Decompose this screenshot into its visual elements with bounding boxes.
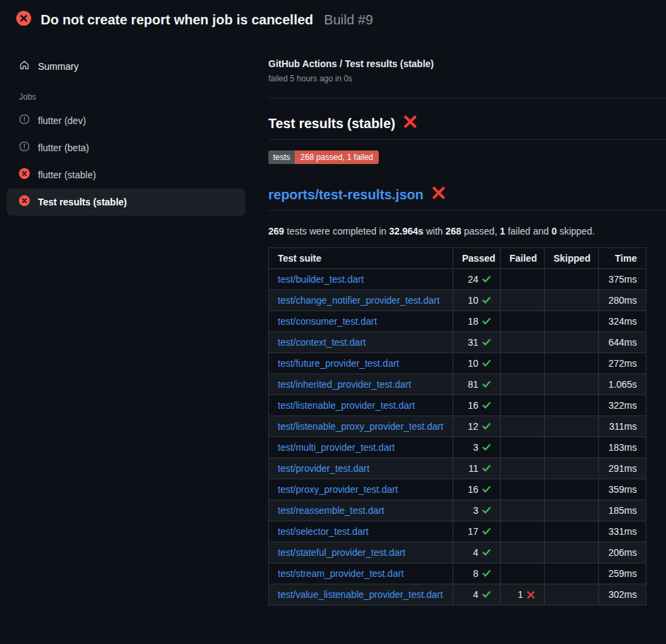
build-number: Build #9 — [324, 12, 373, 28]
skipped-cell — [545, 374, 599, 395]
skipped-cell — [545, 269, 599, 290]
sidebar-summary-label: Summary — [38, 61, 79, 72]
skipped-cell — [545, 416, 599, 437]
check-icon — [482, 296, 491, 305]
header-divider — [268, 98, 666, 98]
skipped-cell — [545, 500, 599, 521]
failed-cell — [501, 311, 545, 332]
sidebar-job-item[interactable]: flutter (stable) — [7, 161, 245, 188]
failed-cell — [501, 374, 545, 395]
time-cell: 272ms — [599, 353, 646, 374]
badge-value: 268 passed, 1 failed — [295, 150, 378, 164]
suite-link[interactable]: test/builder_test.dart — [278, 274, 364, 285]
suite-link[interactable]: test/value_listenable_provider_test.dart — [278, 589, 443, 600]
x-circle-icon — [16, 11, 31, 28]
skipped-cell — [545, 332, 599, 353]
suite-link[interactable]: test/context_test.dart — [278, 337, 366, 348]
table-body: test/builder_test.dart 24 375ms test/cha… — [269, 269, 646, 605]
suite-link[interactable]: test/listenable_proxy_provider_test.dart — [278, 421, 443, 432]
check-icon — [482, 506, 491, 515]
check-icon — [482, 590, 491, 599]
time-cell: 185ms — [599, 500, 646, 521]
table-row: test/stateful_provider_test.dart 4 206ms — [269, 542, 646, 563]
sidebar-item-summary[interactable]: Summary — [0, 56, 252, 77]
time-cell: 280ms — [599, 290, 646, 311]
suite-link[interactable]: test/provider_test.dart — [278, 463, 369, 474]
table-row: test/provider_test.dart 11 291ms — [269, 458, 646, 479]
failed-cell — [501, 479, 545, 500]
passed-cell: 16 — [453, 395, 501, 416]
passed-cell: 3 — [453, 500, 501, 521]
skipped-cell — [545, 584, 599, 605]
passed-cell: 81 — [453, 374, 501, 395]
skipped-cell — [545, 290, 599, 311]
suite-link[interactable]: test/consumer_test.dart — [278, 316, 377, 327]
time-cell: 259ms — [599, 563, 646, 584]
breadcrumb: GitHub Actions / Test results (stable) — [268, 58, 666, 69]
failed-cell — [501, 332, 545, 353]
failed-cell: 1 — [501, 584, 545, 605]
test-results-table: Test suite Passed Failed Skipped Time te… — [268, 247, 646, 605]
run-meta: failed 5 hours ago in 0s — [268, 74, 666, 83]
suite-link[interactable]: test/reassemble_test.dart — [278, 505, 384, 516]
stop-icon — [19, 114, 30, 127]
build-header: Do not create report when job is cancell… — [0, 0, 666, 39]
col-header-failed: Failed — [501, 248, 545, 269]
sidebar-job-label: Test results (stable) — [38, 197, 127, 207]
passed-cell: 24 — [453, 269, 501, 290]
passed-cell: 10 — [453, 353, 501, 374]
suite-link[interactable]: test/future_provider_test.dart — [278, 358, 399, 369]
suite-link[interactable]: test/stream_provider_test.dart — [278, 568, 404, 579]
section-title: Test results (stable) — [268, 116, 395, 132]
time-cell: 324ms — [599, 311, 646, 332]
table-row: test/reassemble_test.dart 3 185ms — [269, 500, 646, 521]
time-cell: 331ms — [599, 521, 646, 542]
failed-cell — [501, 500, 545, 521]
table-row: test/context_test.dart 31 644ms — [269, 332, 646, 353]
suite-link[interactable]: test/inherited_provider_test.dart — [278, 379, 411, 390]
failed-cell — [501, 416, 545, 437]
time-cell: 644ms — [599, 332, 646, 353]
sidebar-job-item[interactable]: flutter (beta) — [7, 134, 245, 161]
check-icon — [482, 401, 491, 410]
sidebar-job-item[interactable]: flutter (dev) — [7, 107, 245, 134]
check-icon — [482, 317, 491, 326]
time-cell: 1.065s — [599, 374, 646, 395]
sidebar-job-label: flutter (beta) — [38, 142, 89, 153]
table-row: test/selector_test.dart 17 331ms — [269, 521, 646, 542]
passed-cell: 12 — [453, 416, 501, 437]
passed-cell: 3 — [453, 437, 501, 458]
passed-cell: 8 — [453, 563, 501, 584]
stop-icon — [19, 141, 30, 155]
cross-mark-icon — [432, 186, 446, 203]
skipped-cell — [545, 458, 599, 479]
check-icon — [482, 338, 491, 347]
passed-cell: 31 — [453, 332, 501, 353]
table-header-row: Test suite Passed Failed Skipped Time — [269, 248, 646, 269]
check-icon — [482, 380, 491, 389]
suite-link[interactable]: test/multi_provider_test.dart — [278, 442, 395, 453]
suite-link[interactable]: test/stateful_provider_test.dart — [278, 547, 405, 558]
check-icon — [482, 548, 491, 557]
passed-cell: 4 — [453, 584, 501, 605]
suite-link[interactable]: test/change_notifier_provider_test.dart — [278, 295, 440, 306]
sidebar-job-item[interactable]: Test results (stable) — [7, 188, 245, 216]
skipped-cell — [545, 311, 599, 332]
table-row: test/multi_provider_test.dart 3 183ms — [269, 437, 646, 458]
page-title: Do not create report when job is cancell… — [41, 12, 313, 28]
report-title-row: reports/test-results.json — [268, 186, 666, 211]
sidebar: Summary Jobs flutter (dev) flutter (beta… — [0, 47, 252, 216]
suite-link[interactable]: test/listenable_provider_test.dart — [278, 400, 415, 411]
table-row: test/value_listenable_provider_test.dart… — [269, 584, 646, 605]
report-file-link[interactable]: reports/test-results.json — [268, 187, 423, 203]
suite-link[interactable]: test/selector_test.dart — [278, 526, 369, 537]
suite-link[interactable]: test/proxy_provider_test.dart — [278, 484, 398, 495]
check-icon — [482, 569, 491, 578]
table-row: test/stream_provider_test.dart 8 259ms — [269, 563, 646, 584]
sidebar-job-label: flutter (stable) — [38, 169, 96, 180]
passed-cell: 18 — [453, 311, 501, 332]
table-row: test/listenable_proxy_provider_test.dart… — [269, 416, 646, 437]
skipped-cell — [545, 521, 599, 542]
check-icon — [482, 359, 491, 368]
check-icon — [482, 275, 491, 284]
